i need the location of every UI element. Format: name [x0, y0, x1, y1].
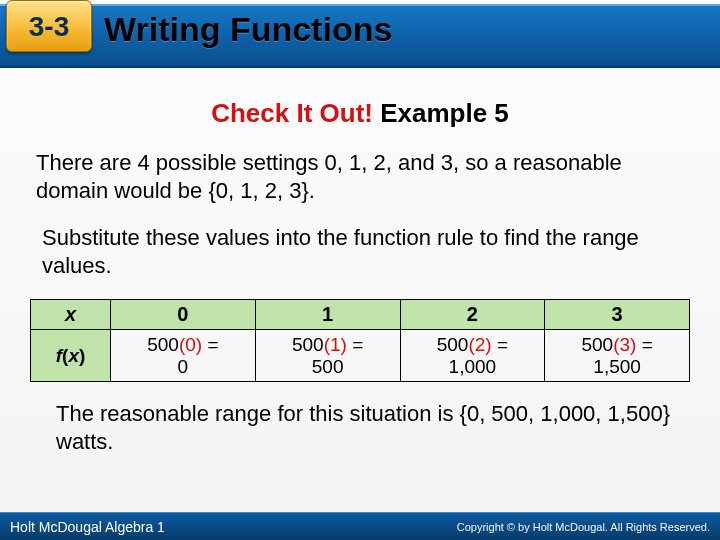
- c1-eq: =: [347, 334, 363, 355]
- col-3-fx: 500(3) =1,500: [545, 330, 690, 382]
- close-paren: ): [79, 345, 85, 366]
- instruction-paragraph: Substitute these values into the functio…: [42, 224, 688, 279]
- lesson-title: Writing Functions: [104, 10, 392, 49]
- c2-arg: (2): [468, 334, 491, 355]
- title-bar: 3-3 Writing Functions: [0, 4, 720, 68]
- x-letter: x: [68, 345, 79, 366]
- c1-arg: (1): [324, 334, 347, 355]
- c2-pre: 500: [437, 334, 469, 355]
- lesson-number-badge: 3-3: [6, 0, 92, 52]
- content-area: Check It Out! Example 5 There are 4 poss…: [0, 68, 720, 455]
- c3-res: 1,500: [593, 356, 641, 377]
- c0-eq: =: [202, 334, 218, 355]
- c0-res: 0: [178, 356, 189, 377]
- c3-eq: =: [636, 334, 652, 355]
- c1-pre: 500: [292, 334, 324, 355]
- c1-res: 500: [312, 356, 344, 377]
- col-1-fx: 500(1) =500: [255, 330, 400, 382]
- x-header: x: [31, 300, 111, 330]
- col-2-fx: 500(2) =1,000: [400, 330, 545, 382]
- slide: 3-3 Writing Functions Check It Out! Exam…: [0, 0, 720, 540]
- book-title: Holt McDougal Algebra 1: [10, 519, 165, 535]
- c0-pre: 500: [147, 334, 179, 355]
- example-number: Example 5: [373, 98, 509, 128]
- col-0-fx: 500(0) =0: [111, 330, 256, 382]
- example-heading: Check It Out! Example 5: [28, 98, 692, 129]
- c2-res: 1,000: [449, 356, 497, 377]
- col-0-x: 0: [111, 300, 256, 330]
- copyright-text: Copyright © by Holt McDougal. All Rights…: [457, 521, 710, 533]
- table-value-row: f(x) 500(0) =0 500(1) =500 500(2) =1,000…: [31, 330, 690, 382]
- c0-arg: (0): [179, 334, 202, 355]
- function-table: x 0 1 2 3 f(x) 500(0) =0 500(1) =500 500…: [30, 299, 690, 382]
- col-2-x: 2: [400, 300, 545, 330]
- c3-arg: (3): [613, 334, 636, 355]
- table-header-row: x 0 1 2 3: [31, 300, 690, 330]
- c2-eq: =: [492, 334, 508, 355]
- c3-pre: 500: [581, 334, 613, 355]
- fx-header: f(x): [31, 330, 111, 382]
- col-3-x: 3: [545, 300, 690, 330]
- range-conclusion: The reasonable range for this situation …: [56, 400, 674, 455]
- domain-paragraph: There are 4 possible settings 0, 1, 2, a…: [36, 149, 684, 204]
- col-1-x: 1: [255, 300, 400, 330]
- check-it-out-label: Check It Out!: [211, 98, 373, 128]
- footer-bar: Holt McDougal Algebra 1 Copyright © by H…: [0, 512, 720, 540]
